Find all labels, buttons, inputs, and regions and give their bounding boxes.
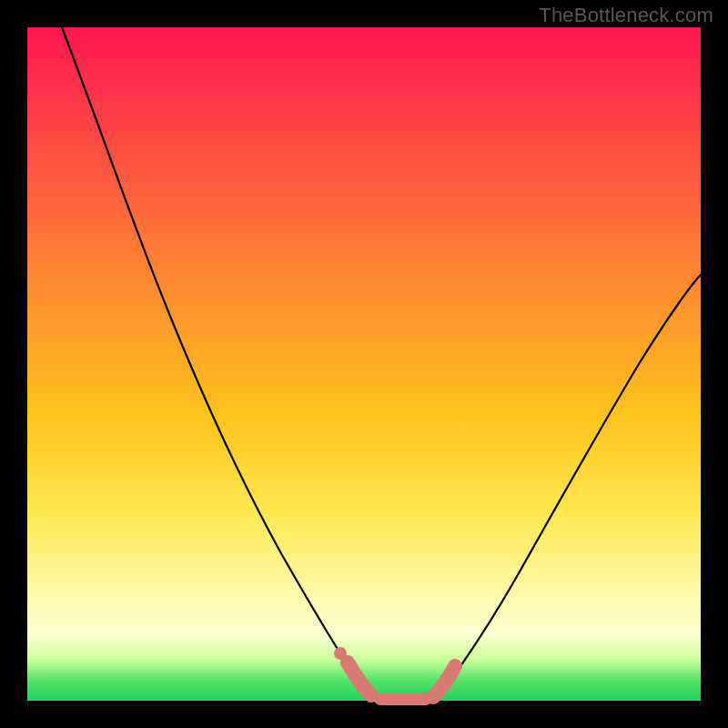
curve-layer — [27, 27, 701, 701]
chart-frame: TheBottleneck.com — [0, 0, 728, 728]
left-curve — [62, 27, 377, 701]
watermark-text: TheBottleneck.com — [539, 4, 713, 27]
plot-area — [27, 27, 701, 701]
right-curve — [435, 275, 701, 701]
bottleneck-highlight-dot — [334, 647, 347, 660]
bottleneck-highlight-right — [433, 666, 455, 697]
bottleneck-highlight — [348, 662, 371, 695]
